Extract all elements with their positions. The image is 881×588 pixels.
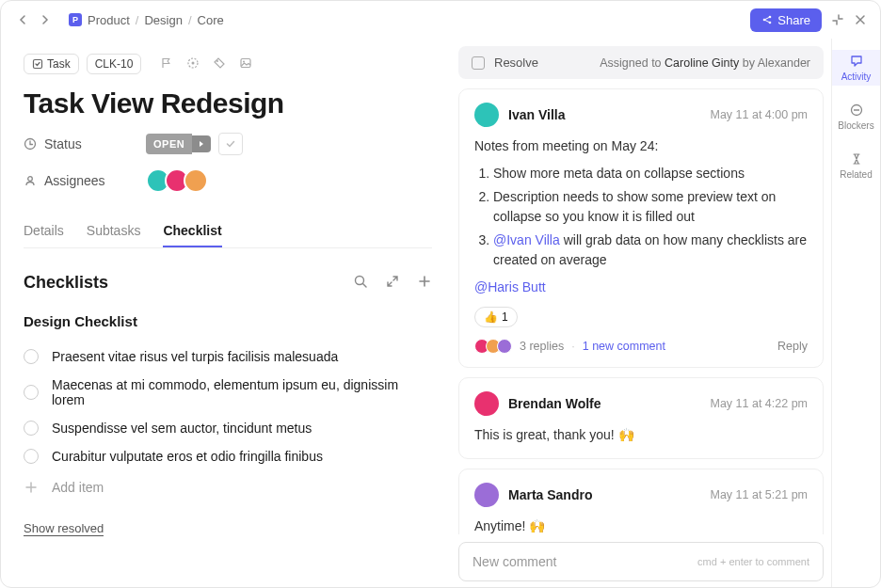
breadcrumb: P Product / Design / Core xyxy=(69,13,224,27)
resolve-checkbox[interactable] xyxy=(472,56,485,70)
reply-button[interactable]: Reply xyxy=(777,340,808,353)
comment-foot: 3 replies · 1 new comment Reply xyxy=(474,339,808,354)
mark-complete-button[interactable] xyxy=(218,133,243,155)
comment: Ivan Villa May 11 at 4:00 pm Notes from … xyxy=(458,88,824,368)
breadcrumb-core[interactable]: Core xyxy=(198,13,224,27)
dot-sep: · xyxy=(571,340,574,353)
avatar[interactable] xyxy=(474,103,499,127)
status-icon xyxy=(24,137,37,151)
nav-back-icon[interactable] xyxy=(14,11,31,28)
task-id: CLK-10 xyxy=(95,57,134,71)
assignee-avatars[interactable] xyxy=(146,168,208,193)
check-circle-icon[interactable] xyxy=(24,349,39,364)
breadcrumb-product[interactable]: Product xyxy=(88,13,130,27)
comment: Marta Sandro May 11 at 5:21 pm Anytime! … xyxy=(458,469,824,534)
tabs: Details Subtasks Checklist xyxy=(24,215,432,248)
add-icon[interactable] xyxy=(417,274,432,292)
share-button[interactable]: Share xyxy=(750,8,822,32)
blocker-icon xyxy=(849,103,864,118)
status-value-wrap[interactable]: OPEN xyxy=(146,134,211,154)
nav-forward-icon[interactable] xyxy=(37,11,54,28)
tab-subtasks[interactable]: Subtasks xyxy=(87,215,141,247)
flag-icon[interactable] xyxy=(160,56,173,72)
reaction-button[interactable]: 👍1 xyxy=(474,307,518,327)
rail-related[interactable]: Related xyxy=(832,148,880,183)
comment-input[interactable] xyxy=(473,554,697,569)
comment-user: Brendan Wolfe xyxy=(474,391,601,416)
product-icon: P xyxy=(69,13,82,26)
tag-icon[interactable] xyxy=(213,56,226,72)
assignees-label: Assignees xyxy=(24,173,146,188)
input-hint: cmd + enter to comment xyxy=(697,556,809,567)
checklist-group-title: Design Checklist xyxy=(24,313,432,329)
checklists-title: Checklists xyxy=(24,273,108,293)
svg-point-8 xyxy=(243,60,245,62)
comment-body: Notes from meeting on May 24: Show more … xyxy=(474,136,808,297)
check-circle-icon[interactable] xyxy=(24,449,39,464)
new-comment-count[interactable]: 1 new comment xyxy=(583,340,665,353)
right-rail: Activity Blockers Related xyxy=(831,39,880,588)
checklist-item[interactable]: Suspendisse vel sem auctor, tincidunt me… xyxy=(24,414,432,442)
topbar-right: Share xyxy=(750,8,867,32)
task-header-row: Task CLK-10 xyxy=(24,54,432,74)
target-icon[interactable] xyxy=(186,56,200,72)
checklist: Praesent vitae risus vel turpis facilisi… xyxy=(24,342,432,504)
rail-label: Blockers xyxy=(838,120,873,131)
status-label: Status xyxy=(24,136,146,151)
reaction-count: 1 xyxy=(502,310,508,324)
mention[interactable]: @Haris Butt xyxy=(474,279,546,294)
assignees-row: Assignees xyxy=(24,168,432,193)
comment-body: This is great, thank you! 🙌 xyxy=(474,425,808,445)
avatar xyxy=(497,339,512,354)
checklist-item[interactable]: Maecenas at mi commodo, elementum ipsum … xyxy=(24,371,432,414)
task-type-chip[interactable]: Task xyxy=(24,54,79,74)
comment-author[interactable]: Ivan Villa xyxy=(508,107,565,122)
task-title[interactable]: Task View Redesign xyxy=(24,87,432,119)
rail-blockers[interactable]: Blockers xyxy=(832,99,880,135)
topbar: P Product / Design / Core Share xyxy=(1,1,880,39)
close-icon[interactable] xyxy=(854,13,867,26)
comment-body: Anytime! 🙌 xyxy=(474,516,808,534)
checklist-item-text: Praesent vitae risus vel turpis facilisi… xyxy=(52,349,338,364)
reply-count[interactable]: 3 replies xyxy=(520,340,564,353)
checklist-item[interactable]: Praesent vitae risus vel turpis facilisi… xyxy=(24,342,432,371)
checklists-actions xyxy=(353,274,432,292)
add-item-button[interactable]: Add item xyxy=(24,470,432,504)
expand-icon[interactable] xyxy=(385,274,400,292)
check-circle-icon[interactable] xyxy=(24,385,39,400)
search-icon[interactable] xyxy=(353,274,368,292)
comment-time: May 11 at 4:00 pm xyxy=(710,108,808,121)
tab-checklist[interactable]: Checklist xyxy=(163,215,221,247)
checklist-item[interactable]: Curabitur vulputate eros et odio fringil… xyxy=(24,442,432,470)
activity-column: Resolve Assigned to Caroline Ginty by Al… xyxy=(455,39,831,588)
comment-head: Marta Sandro May 11 at 5:21 pm xyxy=(474,483,808,507)
right-pane: Resolve Assigned to Caroline Ginty by Al… xyxy=(455,39,880,588)
collapse-icon[interactable] xyxy=(831,13,844,26)
share-label: Share xyxy=(777,13,810,27)
mention[interactable]: @Ivan Villa xyxy=(493,232,560,247)
assigned-name[interactable]: Caroline Ginty xyxy=(665,56,739,70)
assigned-text: Assigned to Caroline Ginty by Alexander xyxy=(600,56,810,70)
show-resolved-link[interactable]: Show resolved xyxy=(24,521,104,536)
breadcrumb-design[interactable]: Design xyxy=(144,13,182,27)
svg-point-6 xyxy=(216,60,218,62)
comment-author[interactable]: Brendan Wolfe xyxy=(508,396,601,411)
tab-details[interactable]: Details xyxy=(24,215,64,247)
foot-left: 3 replies · 1 new comment xyxy=(474,339,665,354)
comment: Brendan Wolfe May 11 at 4:22 pm This is … xyxy=(458,377,824,459)
avatar[interactable] xyxy=(474,483,499,507)
rail-activity[interactable]: Activity xyxy=(832,50,880,86)
avatar[interactable] xyxy=(474,391,499,416)
person-icon xyxy=(24,174,37,187)
comment-author[interactable]: Marta Sandro xyxy=(508,487,592,502)
resolve-bar: Resolve Assigned to Caroline Ginty by Al… xyxy=(458,46,824,79)
reply-avatars xyxy=(474,339,512,354)
chat-icon xyxy=(849,54,864,69)
image-icon[interactable] xyxy=(239,56,252,72)
task-id-chip[interactable]: CLK-10 xyxy=(87,54,142,74)
status-row: Status OPEN xyxy=(24,133,432,155)
comment-li: @Ivan Villa will grab data on how many c… xyxy=(493,230,808,270)
new-comment-input[interactable]: cmd + enter to comment xyxy=(458,542,824,581)
status-next-icon xyxy=(192,135,211,152)
check-circle-icon[interactable] xyxy=(24,421,39,436)
